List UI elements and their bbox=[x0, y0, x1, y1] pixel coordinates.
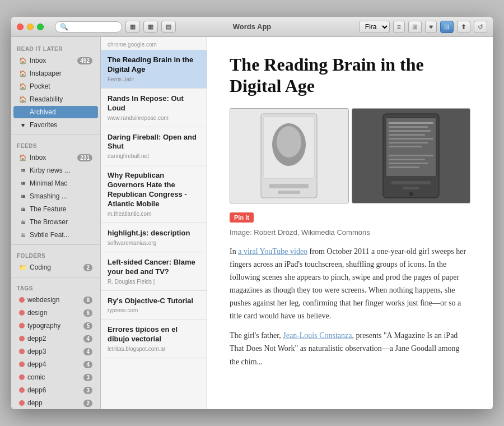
sidebar-item-pocket[interactable]: 🏠 Pocket bbox=[13, 80, 98, 92]
minimize-button[interactable] bbox=[27, 24, 34, 30]
thebrowser-icon: ≋ bbox=[19, 219, 27, 226]
minimalmac-icon: ≋ bbox=[19, 180, 27, 187]
svg-rect-9 bbox=[389, 126, 428, 128]
article-title: highlight.js: description bbox=[108, 229, 200, 238]
article-source: www.randsinrepose.com bbox=[108, 115, 200, 121]
sidebar-item-smashing[interactable]: ≋ Smashing ... bbox=[13, 190, 98, 202]
sidebar-item-tag-typography[interactable]: typography 5 bbox=[13, 320, 98, 332]
article-source: daringfireball.net bbox=[108, 153, 200, 159]
article-title: Ry's Objective-C Tutorial bbox=[108, 297, 200, 306]
youtube-link[interactable]: a viral YouTube video bbox=[238, 247, 307, 256]
app-window: 🔍 ▦ ▦ ▤ Words App Fira ≡ ⊞ ♥ ⊟ ⬆ ↺ Read … bbox=[11, 17, 493, 409]
sidebar-item-label: The Feature bbox=[30, 205, 92, 213]
sidebar-item-favorites[interactable]: ♥ Favorites bbox=[13, 119, 98, 131]
tag-badge: 4 bbox=[83, 335, 92, 342]
sidebar-item-tag-depp6[interactable]: depp6 3 bbox=[13, 384, 98, 396]
article-item[interactable]: Why Republican Governors Hate the Republ… bbox=[101, 165, 207, 223]
sidebar-item-tag-comic[interactable]: comic 3 bbox=[13, 371, 98, 383]
sidebar-item-inbox[interactable]: 🏠 Inbox 492 bbox=[13, 54, 98, 67]
sidebar-item-tag-depp2[interactable]: depp2 4 bbox=[13, 332, 98, 345]
sidebar-item-label: Smashing ... bbox=[30, 192, 92, 200]
section-label-tags: Tags bbox=[11, 281, 100, 293]
sidebar-item-minimalmac[interactable]: ≋ Minimal Mac bbox=[13, 177, 98, 189]
sidebar-item-label: Readability bbox=[30, 95, 92, 103]
svg-rect-15 bbox=[389, 155, 433, 156]
readability-icon: 🏠 bbox=[19, 96, 27, 103]
kirby-icon: ≋ bbox=[19, 167, 27, 174]
constanza-link[interactable]: Jean-Louis Constanza bbox=[283, 331, 352, 340]
sidebar-item-label: depp3 bbox=[27, 348, 81, 355]
sidebar-item-tag-depp[interactable]: depp 2 bbox=[13, 397, 98, 409]
bookmark-button[interactable]: ⊟ bbox=[440, 21, 454, 33]
sidebar-item-coding[interactable]: 📁 Coding 2 bbox=[13, 261, 98, 274]
sidebar-item-tag-webdesign[interactable]: webdesign 8 bbox=[13, 294, 98, 306]
grid-view-button[interactable]: ▤ bbox=[161, 21, 176, 33]
tag-dot bbox=[19, 362, 25, 367]
tag-dot bbox=[19, 400, 25, 406]
pocket-icon: 🏠 bbox=[19, 83, 27, 90]
article-item[interactable]: The Reading Brain in the Digital Age Fer… bbox=[101, 50, 207, 89]
share-button[interactable]: ⬆ bbox=[457, 21, 470, 33]
sidebar-item-label: comic bbox=[27, 373, 81, 381]
sidebar-item-label: depp2 bbox=[27, 335, 81, 342]
inbox-badge: 492 bbox=[77, 57, 92, 64]
sidebar-item-label: typography bbox=[27, 322, 81, 330]
list-icon-button[interactable]: ≡ bbox=[393, 21, 405, 33]
sidebar-item-label: depp4 bbox=[27, 360, 81, 368]
article-item[interactable]: Ry's Objective-C Tutorial rypress.com bbox=[101, 291, 207, 320]
body-paragraph: In a viral YouTube video from October 20… bbox=[230, 245, 470, 323]
sidebar-item-readability[interactable]: 🏠 Readability bbox=[13, 93, 98, 105]
body-paragraph: The girl's father, Jean-Louis Constanza,… bbox=[230, 329, 470, 368]
sidebar-item-instapaper[interactable]: 🏠 Instapaper bbox=[13, 67, 98, 80]
section-label-read-it-later: Read it Later bbox=[11, 41, 100, 54]
svg-rect-8 bbox=[389, 122, 433, 124]
sidebar-item-tag-design[interactable]: design 6 bbox=[13, 307, 98, 319]
sidebar-item-tag-depp3[interactable]: depp3 4 bbox=[13, 345, 98, 358]
tag-badge: 4 bbox=[83, 361, 92, 368]
article-item[interactable]: Errores tipicos en el dibujo vectorial l… bbox=[101, 320, 207, 358]
grid-icon-button[interactable]: ⊞ bbox=[408, 21, 422, 33]
tag-dot bbox=[19, 323, 25, 328]
list-view-button[interactable]: ▦ bbox=[143, 21, 158, 33]
article-item[interactable]: Rands In Repose: Out Loud www.randsinrep… bbox=[101, 89, 207, 127]
article-list: chrome.google.com The Reading Brain in t… bbox=[101, 37, 207, 409]
sidebar-item-feeds-inbox[interactable]: 🏠 Inbox 231 bbox=[13, 151, 98, 164]
article-source: Ferris Jabr bbox=[108, 76, 200, 82]
tag-badge: 2 bbox=[83, 400, 92, 407]
close-button[interactable] bbox=[17, 24, 24, 30]
svg-point-3 bbox=[277, 126, 301, 158]
font-selector[interactable]: Fira bbox=[359, 21, 390, 33]
sidebar-item-archived[interactable]: Archived bbox=[13, 106, 98, 118]
sidebar-view-button[interactable]: ▦ bbox=[125, 21, 140, 33]
article-item[interactable]: Daring Fireball: Open and Shut daringfir… bbox=[101, 127, 207, 166]
sidebar-item-thefeature[interactable]: ≋ The Feature bbox=[13, 203, 98, 215]
fullscreen-button[interactable] bbox=[37, 24, 44, 30]
reader-pane: The Reading Brain in the Digital Age bbox=[207, 37, 493, 409]
refresh-button[interactable]: ↺ bbox=[474, 21, 487, 33]
tag-dot bbox=[19, 336, 25, 341]
article-source: softwaremanias.org bbox=[108, 240, 200, 246]
section-label-folders: Folders bbox=[11, 248, 100, 261]
article-title: Left-sided Cancer: Blame your bed and TV… bbox=[108, 258, 200, 277]
tag-dot bbox=[19, 297, 25, 303]
svg-rect-14 bbox=[389, 146, 422, 147]
pin-button[interactable]: Pin it bbox=[230, 212, 254, 223]
main-area: Read it Later 🏠 Inbox 492 🏠 Instapaper 🏠… bbox=[11, 37, 493, 409]
heart-button[interactable]: ♥ bbox=[425, 21, 437, 33]
svg-point-21 bbox=[409, 192, 413, 196]
sidebar-item-label: Instapaper bbox=[30, 70, 92, 77]
article-source: rypress.com bbox=[108, 307, 200, 313]
toolbar-right: Fira ≡ ⊞ ♥ ⊟ ⬆ ↺ bbox=[359, 21, 487, 33]
svg-rect-18 bbox=[389, 166, 419, 168]
sidebar-item-svbtle[interactable]: ≋ Svbtle Feat... bbox=[13, 229, 98, 241]
article-item[interactable]: highlight.js: description softwaremanias… bbox=[101, 223, 207, 252]
sidebar-divider-2 bbox=[11, 244, 100, 245]
reader-caption: Image: Robert Drózd, Wikimedia Commons bbox=[230, 228, 470, 237]
article-item[interactable]: Left-sided Cancer: Blame your bed and TV… bbox=[101, 252, 207, 291]
svg-rect-11 bbox=[389, 134, 425, 136]
sidebar-item-thebrowser[interactable]: ≋ The Browser bbox=[13, 216, 98, 228]
titlebar: 🔍 ▦ ▦ ▤ Words App Fira ≡ ⊞ ♥ ⊟ ⬆ ↺ bbox=[11, 17, 493, 37]
sidebar-item-tag-depp4[interactable]: depp4 4 bbox=[13, 358, 98, 371]
sidebar-item-kirby[interactable]: ≋ Kirby news ... bbox=[13, 164, 98, 177]
search-input[interactable]: 🔍 bbox=[55, 21, 122, 33]
